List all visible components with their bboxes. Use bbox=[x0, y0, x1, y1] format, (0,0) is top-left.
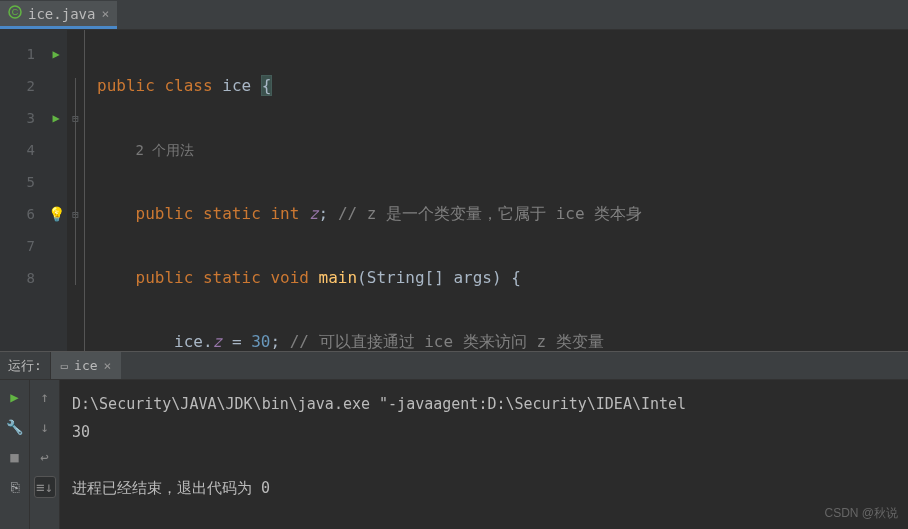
intention-bulb-icon[interactable]: 💡 bbox=[48, 206, 65, 222]
soft-wrap-icon[interactable]: ↩ bbox=[34, 446, 56, 468]
tab-ice-java[interactable]: C ice.java × bbox=[0, 1, 117, 29]
class-icon: C bbox=[8, 5, 22, 22]
line-number[interactable]: 2 bbox=[0, 70, 45, 102]
line-number[interactable]: 7 bbox=[0, 230, 45, 262]
watermark: CSDN @秋说 bbox=[824, 505, 898, 522]
svg-text:C: C bbox=[12, 7, 19, 17]
run-class-icon[interactable]: ▶ bbox=[52, 47, 59, 61]
run-main-icon[interactable]: ▶ bbox=[52, 111, 59, 125]
code-area[interactable]: public class ice { 2 个用法 public static i… bbox=[85, 30, 908, 351]
console-output[interactable]: D:\Security\JAVA\JDK\bin\java.exe "-java… bbox=[60, 380, 908, 529]
line-number[interactable]: 5 bbox=[0, 166, 45, 198]
run-tool-window: 运行: ▭ ice × ▶ 🔧 ■ ⎘ ↑ ↓ ↩ ≡↓ D:\Security… bbox=[0, 351, 908, 529]
run-header: 运行: ▭ ice × bbox=[0, 352, 908, 380]
down-arrow-icon[interactable]: ↓ bbox=[34, 416, 56, 438]
console-stdout: 30 bbox=[72, 423, 90, 441]
exit-icon[interactable]: ⎘ bbox=[4, 476, 26, 498]
line-number[interactable]: 6 bbox=[0, 198, 45, 230]
line-number[interactable]: 1 bbox=[0, 38, 45, 70]
code-editor: 1 2 3 4 5 6 7 8 ▶ ▶ 💡 ⊟ ⊟ public class i… bbox=[0, 30, 908, 351]
close-icon[interactable]: × bbox=[101, 6, 109, 21]
run-toolbar-nav: ↑ ↓ ↩ ≡↓ bbox=[30, 380, 60, 529]
console-exit-code: 0 bbox=[261, 479, 270, 497]
line-number[interactable]: 4 bbox=[0, 134, 45, 166]
run-config-tab[interactable]: ▭ ice × bbox=[51, 352, 122, 379]
line-number[interactable]: 3 bbox=[0, 102, 45, 134]
rerun-button[interactable]: ▶ bbox=[4, 386, 26, 408]
console-exit-msg: 进程已经结束，退出代码为 bbox=[72, 479, 261, 497]
line-number[interactable]: 8 bbox=[0, 262, 45, 294]
stop-button[interactable]: ■ bbox=[4, 446, 26, 468]
matched-brace: { bbox=[261, 75, 273, 96]
tab-filename: ice.java bbox=[28, 6, 95, 22]
editor-tabs: C ice.java × bbox=[0, 0, 908, 30]
up-arrow-icon[interactable]: ↑ bbox=[34, 386, 56, 408]
run-gutter: ▶ ▶ 💡 bbox=[45, 30, 67, 351]
usages-hint[interactable]: 2 个用法 bbox=[136, 142, 195, 158]
console-cmdline: D:\Security\JAVA\JDK\bin\java.exe "-java… bbox=[72, 395, 686, 413]
run-label: 运行: bbox=[0, 352, 51, 379]
run-config-name: ice bbox=[74, 358, 97, 373]
line-number-gutter: 1 2 3 4 5 6 7 8 bbox=[0, 30, 45, 351]
fold-gutter: ⊟ ⊟ bbox=[67, 30, 85, 351]
run-toolbar-left: ▶ 🔧 ■ ⎘ bbox=[0, 380, 30, 529]
close-icon[interactable]: × bbox=[104, 358, 112, 373]
app-icon: ▭ bbox=[61, 359, 68, 373]
scroll-to-end-icon[interactable]: ≡↓ bbox=[34, 476, 56, 498]
tool-settings-icon[interactable]: 🔧 bbox=[4, 416, 26, 438]
